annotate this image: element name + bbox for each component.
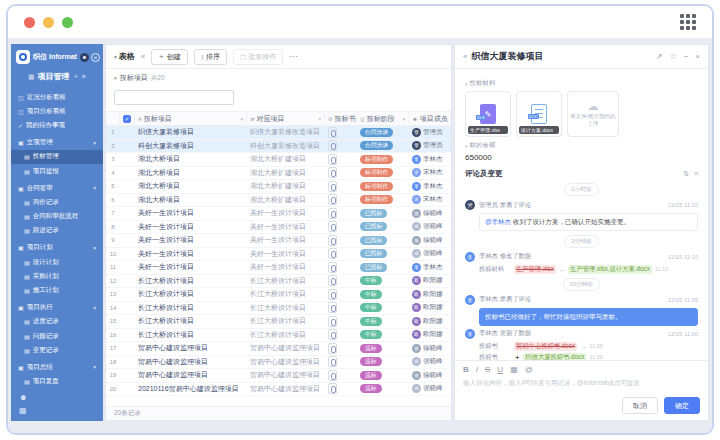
table-row[interactable]: 9美好一生设计项目美好一生设计项目已投标徐徐晓峰 xyxy=(106,234,451,248)
attachment-icon[interactable] xyxy=(328,208,337,219)
add-icon[interactable]: ＋ xyxy=(72,72,79,81)
sort-feed-icon[interactable]: ⇅ xyxy=(683,170,689,178)
row-checkbox[interactable] xyxy=(120,342,135,355)
row-checkbox[interactable] xyxy=(120,369,135,382)
comment-input[interactable]: 输入评论内容，输入#可快速引用记录，@Informat成员可提及 xyxy=(463,379,700,388)
upload-dropzone[interactable]: ☁ 将文件/图片拖到此上传 xyxy=(567,91,619,137)
table-row[interactable]: 13长江大桥设计项目长江大桥设计项目中标欧欧阳娜 xyxy=(106,288,451,302)
sidebar-item-进度记录[interactable]: ▤进度记录 xyxy=(11,315,103,329)
row-checkbox[interactable] xyxy=(120,126,135,139)
column-header-投标项目[interactable]: A投标项目▾ xyxy=(135,112,247,125)
batch-actions-button[interactable]: ▢ 批量操作 xyxy=(233,49,283,65)
create-button[interactable]: ＋ 创建 xyxy=(151,49,188,65)
table-row[interactable]: 17贸易中心建设监理项目贸易中心建设监理项目流标徐徐晓峰 xyxy=(106,342,451,356)
attachment-icon[interactable] xyxy=(328,275,337,286)
column-header-投标书[interactable]: ⊘投标书▾ xyxy=(325,112,357,125)
table-row[interactable]: 19贸易中心建设监理项目贸易中心建设监理项目流标徐徐晓峰 xyxy=(106,369,451,383)
mention-icon[interactable]: @ xyxy=(525,365,533,374)
attachment-icon[interactable] xyxy=(328,221,337,232)
table-row[interactable]: 8美好一生设计项目美好一生设计项目已投标张张晓峰 xyxy=(106,221,451,235)
table-row[interactable]: 4湖北大桥项目湖北大桥扩建项目标书制作宋宋林杰 xyxy=(106,167,451,181)
select-all-checkbox[interactable]: ✓ xyxy=(120,112,135,125)
row-checkbox[interactable] xyxy=(120,275,135,288)
insert-image-icon[interactable]: ▦ xyxy=(510,365,518,374)
sidebar-section-项目总结[interactable]: ▣项目总结▾ xyxy=(11,360,103,374)
sidebar-item-设计计划[interactable]: ▤设计计划 xyxy=(11,255,103,269)
attachment-icon[interactable] xyxy=(328,181,337,192)
attachment-icon[interactable] xyxy=(328,248,337,259)
row-checkbox[interactable] xyxy=(120,167,135,180)
zoom-window-button[interactable] xyxy=(62,17,73,28)
attachment-icon[interactable] xyxy=(328,140,337,151)
format-i-button[interactable]: I xyxy=(476,365,478,374)
attachment-icon[interactable] xyxy=(328,262,337,273)
sidebar-item-采购计划[interactable]: ▤采购计划 xyxy=(11,269,103,283)
attachment-icon[interactable] xyxy=(328,316,337,327)
row-checkbox[interactable] xyxy=(120,140,135,153)
table-row[interactable]: 1织信大厦装修项目织信大厦装修改造项目合同洽谈管管理员 xyxy=(106,126,451,140)
sidebar-item-投标管理[interactable]: ▤投标管理 xyxy=(11,150,103,164)
attachment-icon[interactable] xyxy=(328,370,337,381)
sidebar-item-近况分析看板[interactable]: ◫近况分析看板 xyxy=(11,90,103,104)
attachment-icon[interactable] xyxy=(328,329,337,340)
search-input[interactable] xyxy=(114,90,234,105)
sidebar-section-项目执行[interactable]: ▣项目执行▾ xyxy=(11,301,103,315)
column-header-项目成员[interactable]: ☻项目成员▾ xyxy=(409,112,451,125)
attachment-icon[interactable] xyxy=(328,383,337,394)
apps-grid-icon[interactable] xyxy=(680,14,696,30)
expand-record-icon[interactable]: « xyxy=(463,52,467,61)
confirm-button[interactable]: 确定 xyxy=(664,397,700,414)
table-row[interactable]: 6湖北大桥项目湖北大桥扩建项目标书制作宋宋林杰 xyxy=(106,194,451,208)
row-checkbox[interactable] xyxy=(120,356,135,369)
collapse-sidebar-icon[interactable]: « xyxy=(91,53,100,62)
share-icon[interactable]: ↗ xyxy=(656,52,663,61)
sidebar-item-项目复盘[interactable]: ▤项目复盘 xyxy=(11,375,103,389)
row-checkbox[interactable] xyxy=(120,153,135,166)
favorite-icon[interactable]: ☆ xyxy=(669,52,676,61)
minimize-icon[interactable]: − xyxy=(684,52,689,61)
sidebar-item-项目分析看板[interactable]: ◫项目分析看板 xyxy=(11,104,103,118)
table-row[interactable]: 14长江大桥设计项目长江大桥设计项目中标欧欧阳娜 xyxy=(106,302,451,316)
format-u-button[interactable]: U xyxy=(497,365,503,374)
sidebar-item-项目提报[interactable]: ▤项目提报 xyxy=(11,164,103,178)
attachment-icon[interactable] xyxy=(328,235,337,246)
file-card[interactable]: ✎XLS生产管理.xlsx xyxy=(465,91,511,137)
column-header-对应项目[interactable]: ⇄对应项目▾ xyxy=(247,112,325,125)
table-row[interactable]: 3湖北大桥项目湖北大桥扩建项目标书制作李李林杰 xyxy=(106,153,451,167)
table-row[interactable]: 10美好一生设计项目美好一生设计项目已投标张张晓峰 xyxy=(106,248,451,262)
sidebar-section-合同签审[interactable]: ▣合同签审▾ xyxy=(11,181,103,195)
row-checkbox[interactable] xyxy=(120,261,135,274)
attachment-icon[interactable] xyxy=(328,154,337,165)
attachment-icon[interactable] xyxy=(328,356,337,367)
more-button[interactable]: ⋯ xyxy=(289,52,298,61)
minimize-window-button[interactable] xyxy=(43,17,54,28)
row-checkbox[interactable] xyxy=(120,180,135,193)
row-checkbox[interactable] xyxy=(120,329,135,342)
sidebar-item-跟进记录[interactable]: ▤跟进记录 xyxy=(11,224,103,238)
sidebar-item-变更记录[interactable]: ▤变更记录 xyxy=(11,343,103,357)
close-icon[interactable]: × xyxy=(695,52,700,61)
attachment-icon[interactable] xyxy=(328,167,337,178)
row-checkbox[interactable] xyxy=(120,221,135,234)
table-row[interactable]: 18贸易中心建设监理项目贸易中心建设监理项目流标张张晓峰 xyxy=(106,356,451,370)
table-row[interactable]: 12长江大桥设计项目长江大桥设计项目中标欧欧阳娜 xyxy=(106,275,451,289)
table-row[interactable]: 7美好一生设计项目美好一生设计项目已投标徐徐晓峰 xyxy=(106,207,451,221)
sidebar-item-我的待办事项[interactable]: ✓我的待办事项 xyxy=(11,118,103,132)
file-card[interactable]: DOC设计方案.docx xyxy=(516,91,562,137)
row-checkbox[interactable] xyxy=(120,194,135,207)
sidebar-item-询价记录[interactable]: ▤询价记录 xyxy=(11,195,103,209)
row-checkbox[interactable] xyxy=(120,234,135,247)
close-window-button[interactable] xyxy=(24,17,35,28)
table-row[interactable]: 16长江大桥设计项目长江大桥设计项目中标欧欧阳娜 xyxy=(106,329,451,343)
attachment-icon[interactable] xyxy=(328,127,337,138)
cancel-button[interactable]: 取消 xyxy=(622,397,658,414)
format-s-button[interactable]: S xyxy=(485,365,490,374)
sidebar-item-合同和审批流程[interactable]: ▤合同和审批流程 xyxy=(11,210,103,224)
table-row[interactable]: 11美好一生设计项目美好一生设计项目已投标李李林杰 xyxy=(106,261,451,275)
row-checkbox[interactable] xyxy=(120,248,135,261)
table-row[interactable]: 5湖北大桥项目湖北大桥扩建项目标书制作李李林杰 xyxy=(106,180,451,194)
table-row[interactable]: 15长江大桥设计项目长江大桥设计项目中标欧欧阳娜 xyxy=(106,315,451,329)
sort-button[interactable]: ↕ 排序 xyxy=(194,49,227,65)
row-checkbox[interactable] xyxy=(120,207,135,220)
attachment-icon[interactable] xyxy=(328,194,337,205)
